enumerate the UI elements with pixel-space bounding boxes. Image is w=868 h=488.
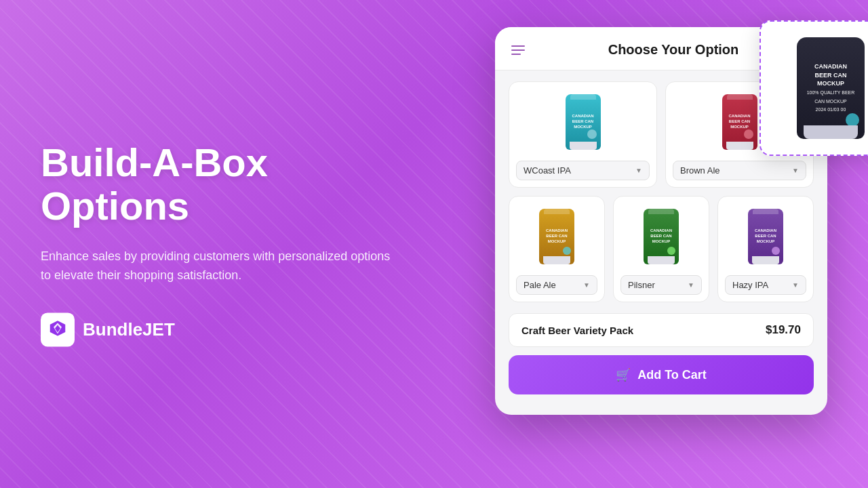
can-pilsner: CANADIANBEER CANMOCKUP	[644, 209, 679, 264]
can-dot-pa	[563, 247, 571, 255]
pack-name: Craft Beer Variety Pack	[521, 325, 633, 336]
card-footer: Craft Beer Variety Pack $19.70 🛒 Add To …	[495, 313, 827, 394]
can-top-hipa	[753, 209, 778, 214]
main-heading: Build-A-Box Options	[41, 141, 393, 228]
product-image-pale-ale: CANADIANBEER CANMOCKUP	[533, 206, 580, 267]
brown-ale-label: Brown Ale	[680, 165, 720, 176]
brown-ale-dropdown[interactable]: Brown Ale ▼	[673, 161, 806, 180]
can-bottom-decoration	[804, 125, 858, 139]
product-image-wcoast: CANADIANBEER CANMOCKUP	[559, 92, 607, 152]
product-card: CANADIANBEER CANMOCKUP100% QUALITY BEERC…	[495, 27, 827, 415]
bundlejet-logo-svg	[47, 319, 68, 341]
product-image-brown-ale: CANADIANBEER CANMOCKUP	[716, 92, 764, 152]
price-row: Craft Beer Variety Pack $19.70	[509, 313, 814, 347]
pilsner-dropdown-arrow: ▼	[688, 281, 694, 289]
can-dot-hipa	[772, 247, 780, 255]
can-label-pa: CANADIANBEER CANMOCKUP	[545, 226, 569, 247]
menu-line-1	[511, 45, 525, 47]
product-card-hazy-ipa: CANADIANBEER CANMOCKUP Hazy IPA ▼	[717, 196, 814, 302]
menu-line-2	[511, 49, 525, 51]
menu-icon[interactable]	[511, 45, 525, 55]
description-text: Enhance sales by providing customers wit…	[41, 247, 393, 286]
can-dot-ba	[744, 129, 753, 139]
can-top	[570, 94, 596, 100]
can-bottom-pa	[543, 256, 570, 264]
can-hazy-ipa: CANADIANBEER CANMOCKUP	[748, 209, 783, 264]
product-card-pale-ale: CANADIANBEER CANMOCKUP Pale Ale ▼	[509, 196, 605, 302]
can-pale-ale: CANADIANBEER CANMOCKUP	[539, 209, 574, 264]
can-brown-ale: CANADIANBEER CANMOCKUP	[722, 94, 757, 150]
wcoast-label: WCoast IPA	[524, 165, 571, 176]
pale-ale-label: Pale Ale	[524, 280, 556, 290]
can-wcoast: CANADIANBEER CANMOCKUP	[566, 94, 601, 150]
can-bottom-ba	[726, 142, 753, 150]
product-card-pilsner: CANADIANBEER CANMOCKUP Pilsner ▼	[613, 196, 709, 302]
product-image-pilsner: CANADIANBEER CANMOCKUP	[637, 206, 685, 267]
product-card-wcoast-ipa: CANADIANBEER CANMOCKUP WCoast IPA ▼	[509, 81, 657, 188]
floating-can-label: CANADIANBEER CANMOCKUP100% QUALITY BEERC…	[804, 58, 858, 118]
can-bottom-hipa	[752, 256, 779, 264]
can-bottom-wcoast	[570, 142, 597, 150]
hazy-ipa-dropdown[interactable]: Hazy IPA ▼	[725, 275, 806, 295]
add-to-cart-label: Add To Cart	[637, 368, 707, 382]
pack-price: $19.70	[766, 323, 801, 337]
brown-ale-dropdown-arrow: ▼	[792, 167, 799, 174]
brand-name: BundleJET	[83, 319, 175, 340]
can-dot	[587, 129, 597, 139]
pilsner-dropdown[interactable]: Pilsner ▼	[620, 275, 702, 295]
brand-section: BundleJET	[41, 313, 393, 347]
floating-preview-card: CANADIANBEER CANMOCKUP100% QUALITY BEERC…	[760, 20, 868, 156]
can-label-pil: CANADIANBEER CANMOCKUP	[649, 226, 673, 247]
can-bottom-pil	[648, 256, 675, 264]
can-top-ba	[727, 94, 753, 100]
hazy-ipa-dropdown-arrow: ▼	[792, 281, 799, 289]
add-to-cart-button[interactable]: 🛒 Add To Cart	[509, 355, 814, 394]
menu-line-3	[511, 54, 521, 55]
left-panel: Build-A-Box Options Enhance sales by pro…	[41, 141, 393, 346]
wcoast-dropdown[interactable]: WCoast IPA ▼	[516, 161, 650, 180]
pale-ale-dropdown[interactable]: Pale Ale ▼	[516, 275, 597, 295]
wcoast-dropdown-arrow: ▼	[635, 167, 642, 174]
product-image-hazy-ipa: CANADIANBEER CANMOCKUP	[742, 206, 789, 267]
brand-icon	[41, 313, 75, 347]
can-dot-pil	[667, 247, 675, 255]
can-top-pil	[648, 209, 674, 214]
pilsner-label: Pilsner	[628, 280, 655, 290]
pale-ale-dropdown-arrow: ▼	[583, 281, 590, 289]
can-label-hipa: CANADIANBEER CANMOCKUP	[753, 226, 778, 247]
floating-can-image: CANADIANBEER CANMOCKUP100% QUALITY BEERC…	[797, 37, 865, 139]
cart-icon: 🛒	[616, 367, 631, 382]
hazy-ipa-label: Hazy IPA	[732, 280, 768, 290]
can-top-pa	[544, 209, 570, 214]
